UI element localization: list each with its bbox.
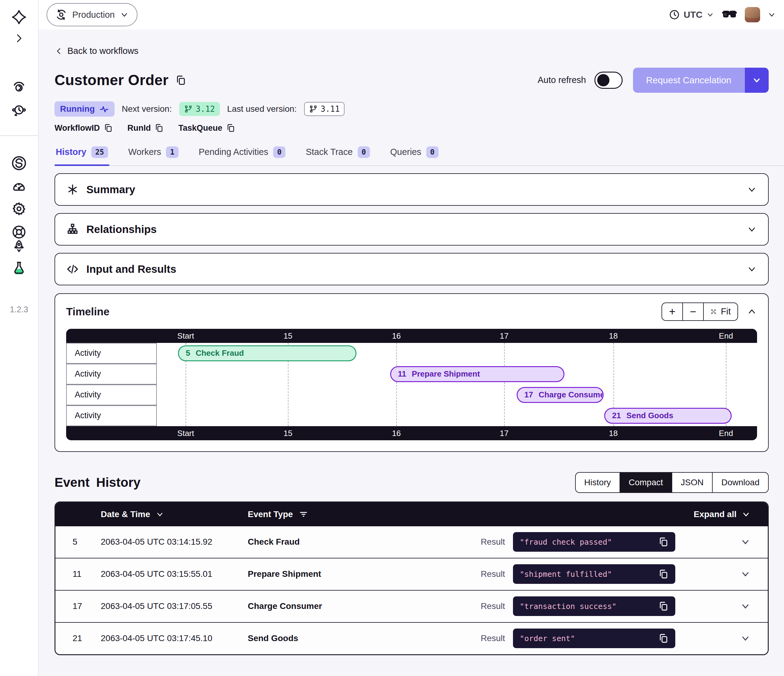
event-type-column-header[interactable]: Event Type — [248, 510, 694, 519]
copy-icon[interactable] — [658, 537, 669, 547]
nexus-icon[interactable] — [11, 155, 26, 171]
auto-refresh-label: Auto refresh — [538, 75, 586, 85]
sort-chevron-icon — [156, 510, 164, 519]
left-rail: 1.2.3 — [0, 0, 39, 676]
timeline-row-label: Activity — [66, 385, 157, 406]
timezone-selector[interactable]: UTC — [669, 9, 714, 20]
usage-gauge-icon[interactable] — [12, 179, 26, 193]
workflows-icon[interactable] — [12, 79, 26, 94]
event-history-table: Date & Time Event Type Expand all 5 2063… — [54, 502, 769, 655]
top-bar: Production UTC — [39, 0, 784, 30]
status-badge: Running — [54, 101, 115, 117]
schedules-icon[interactable] — [12, 103, 26, 118]
result-value: "order sent" — [520, 634, 575, 643]
input-results-section[interactable]: Input and Results — [54, 253, 769, 285]
relationships-section[interactable]: Relationships — [54, 213, 769, 246]
user-avatar[interactable] — [745, 7, 760, 22]
bar-label: Charge Consumer — [539, 390, 604, 399]
support-ring-icon[interactable] — [12, 225, 26, 239]
copy-icon — [104, 123, 113, 132]
event-id: 21 — [73, 634, 101, 643]
asterisk-icon — [66, 183, 79, 196]
user-menu-chevron-icon[interactable] — [767, 11, 776, 19]
getting-started-rocket-icon[interactable] — [12, 239, 26, 253]
event-row-check-fraud[interactable]: 5 2063-04-05 UTC 03:14:15.92 Check Fraud… — [55, 526, 768, 558]
event-type: Prepare Shipment — [248, 569, 481, 579]
namespace-switcher[interactable]: Production — [47, 3, 137, 26]
chevron-down-icon[interactable] — [747, 224, 757, 235]
rail-expand-chevron-icon[interactable] — [13, 33, 25, 44]
tab-queries[interactable]: Queries 0 — [389, 142, 440, 165]
view-json-button[interactable]: JSON — [672, 473, 713, 492]
axis-tick: End — [719, 428, 733, 438]
request-cancelation-button[interactable]: Request Cancelation — [633, 68, 769, 93]
tab-workers[interactable]: Workers 1 — [127, 142, 180, 165]
zoom-in-button[interactable]: + — [662, 303, 683, 320]
date-time-column-header[interactable]: Date & Time — [101, 510, 248, 519]
collapse-chevron-up-icon[interactable] — [747, 306, 757, 317]
chevron-down-icon[interactable] — [747, 184, 757, 195]
timeline-title: Timeline — [66, 306, 109, 318]
copy-title-icon[interactable] — [175, 75, 186, 86]
copy-icon[interactable] — [658, 601, 669, 611]
event-row-prepare-shipment[interactable]: 11 2063-04-05 UTC 03:15:55.01 Prepare Sh… — [55, 558, 768, 590]
result-value: "shipment fulfilled" — [520, 570, 612, 579]
settings-gear-icon[interactable] — [12, 202, 26, 216]
axis-tick: 18 — [609, 428, 618, 438]
bar-event-id: 21 — [612, 411, 621, 420]
temporal-logo-icon[interactable] — [12, 10, 26, 25]
cancel-options-chevron[interactable] — [744, 68, 769, 93]
view-compact-button[interactable]: Compact — [620, 473, 672, 492]
id-chips-row: WorkflowID RunId TaskQueue — [54, 123, 769, 133]
task-queue-copy[interactable]: TaskQueue — [178, 123, 235, 133]
date-time-label: Date & Time — [101, 510, 150, 519]
timeline-bar-charge-consumer[interactable]: 17 Charge Consumer — [516, 387, 604, 403]
tree-icon — [66, 223, 79, 236]
run-id-label: RunId — [128, 123, 151, 133]
timeline-bar-check-fraud[interactable]: 5 Check Fraud — [178, 345, 356, 361]
run-id-copy[interactable]: RunId — [128, 123, 163, 133]
event-row-send-goods[interactable]: 21 2063-04-05 UTC 03:17:45.10 Send Goods… — [55, 622, 768, 654]
event-id: 11 — [73, 569, 101, 579]
timeline-controls: + − Fit — [661, 303, 757, 321]
tab-count-badge: 25 — [91, 146, 108, 158]
timeline-bar-prepare-shipment[interactable]: 11 Prepare Shipment — [390, 366, 565, 382]
tab-stack-trace[interactable]: Stack Trace 0 — [305, 142, 371, 165]
download-button[interactable]: Download — [712, 473, 768, 492]
fit-button[interactable]: Fit — [704, 303, 737, 320]
zoom-controls: + − Fit — [661, 303, 738, 321]
zoom-out-button[interactable]: − — [683, 303, 704, 320]
codec-glasses-icon[interactable] — [722, 9, 737, 21]
copy-icon[interactable] — [658, 633, 669, 643]
auto-refresh-toggle[interactable] — [594, 71, 622, 89]
event-id: 5 — [73, 537, 101, 547]
back-to-workflows-link[interactable]: Back to workflows — [54, 46, 138, 56]
event-row-charge-consumer[interactable]: 17 2063-04-05 UTC 03:17:05.55 Charge Con… — [55, 590, 768, 622]
section-title: Input and Results — [86, 263, 176, 275]
row-expand-chevron-icon[interactable] — [740, 633, 751, 643]
timeline-bar-send-goods[interactable]: 21 Send Goods — [604, 408, 731, 424]
workflow-tabs: History 25 Workers 1 Pending Activities … — [54, 142, 784, 166]
event-timestamp: 2063-04-05 UTC 03:17:45.10 — [101, 634, 248, 643]
last-used-version-label: Last used version: — [227, 104, 297, 114]
bar-label: Prepare Shipment — [412, 369, 480, 379]
result-code-pill: "transaction success" — [513, 597, 675, 616]
expand-all-button[interactable]: Expand all — [694, 510, 751, 519]
tab-history[interactable]: History 25 — [54, 142, 109, 165]
summary-section[interactable]: Summary — [54, 173, 769, 206]
row-expand-chevron-icon[interactable] — [740, 537, 751, 547]
timeline-row-label: Activity — [66, 343, 157, 364]
tab-pending-activities[interactable]: Pending Activities 0 — [198, 142, 287, 165]
event-history-title: Event History — [54, 475, 141, 490]
view-history-button[interactable]: History — [576, 473, 620, 492]
labs-flask-icon[interactable] — [12, 261, 26, 275]
chevron-down-icon — [706, 11, 714, 19]
title-row: Customer Order Auto refresh Request Canc… — [54, 68, 769, 93]
request-cancelation-label[interactable]: Request Cancelation — [633, 68, 744, 93]
event-history-header: Event History History Compact JSON Downl… — [54, 472, 769, 493]
chevron-down-icon[interactable] — [747, 264, 757, 274]
row-expand-chevron-icon[interactable] — [740, 569, 751, 579]
workflow-id-copy[interactable]: WorkflowID — [54, 123, 113, 133]
row-expand-chevron-icon[interactable] — [740, 601, 751, 611]
copy-icon[interactable] — [658, 569, 669, 579]
